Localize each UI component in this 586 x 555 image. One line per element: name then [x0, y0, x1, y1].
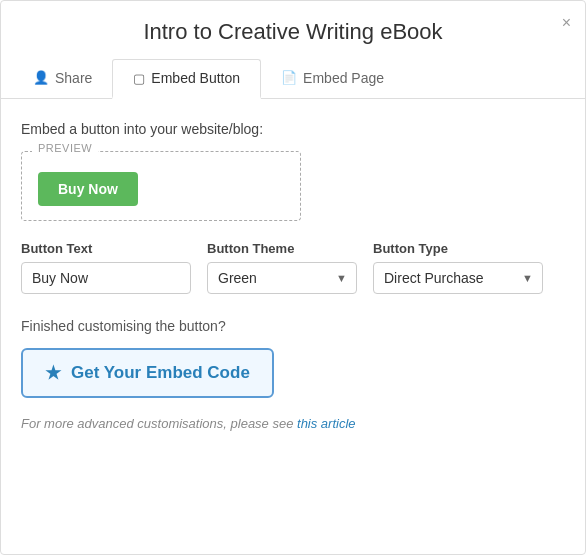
modal-title: Intro to Creative Writing eBook: [21, 19, 565, 45]
button-theme-select-wrapper: Green Blue Red White ▼: [207, 262, 357, 294]
person-icon: 👤: [33, 70, 49, 85]
buy-now-button[interactable]: Buy Now: [38, 172, 138, 206]
fields-row: Button Text Button Theme Green Blue Red …: [21, 241, 565, 294]
tab-embed-button[interactable]: ▢ Embed Button: [112, 59, 261, 99]
advanced-text: For more advanced customisations, please…: [21, 416, 565, 431]
preview-label: PREVIEW: [32, 142, 98, 154]
tab-content: Embed a button into your website/blog: P…: [1, 99, 585, 453]
button-type-label: Button Type: [373, 241, 543, 256]
embed-button-icon: ▢: [133, 71, 145, 86]
embed-page-icon: 📄: [281, 70, 297, 85]
button-theme-label: Button Theme: [207, 241, 357, 256]
modal-container: Intro to Creative Writing eBook × 👤 Shar…: [0, 0, 586, 555]
tab-embed-page[interactable]: 📄 Embed Page: [261, 59, 404, 99]
get-embed-code-button[interactable]: ★ Get Your Embed Code: [21, 348, 274, 398]
this-article-link[interactable]: this article: [297, 416, 356, 431]
button-theme-field-group: Button Theme Green Blue Red White ▼: [207, 241, 357, 294]
button-type-field-group: Button Type Direct Purchase Add to Cart …: [373, 241, 543, 294]
close-button[interactable]: ×: [562, 15, 571, 31]
button-text-label: Button Text: [21, 241, 191, 256]
button-text-input[interactable]: [21, 262, 191, 294]
tabs-bar: 👤 Share ▢ Embed Button 📄 Embed Page: [1, 59, 585, 99]
button-text-field-group: Button Text: [21, 241, 191, 294]
tab-share[interactable]: 👤 Share: [13, 59, 112, 99]
button-type-select[interactable]: Direct Purchase Add to Cart Custom: [373, 262, 543, 294]
finished-text: Finished customising the button?: [21, 318, 565, 334]
section-description: Embed a button into your website/blog:: [21, 121, 565, 137]
embed-code-label: Get Your Embed Code: [71, 363, 250, 383]
modal-header: Intro to Creative Writing eBook ×: [1, 1, 585, 45]
button-type-select-wrapper: Direct Purchase Add to Cart Custom ▼: [373, 262, 543, 294]
button-theme-select[interactable]: Green Blue Red White: [207, 262, 357, 294]
star-icon: ★: [45, 362, 61, 384]
preview-box: PREVIEW Buy Now: [21, 151, 301, 221]
